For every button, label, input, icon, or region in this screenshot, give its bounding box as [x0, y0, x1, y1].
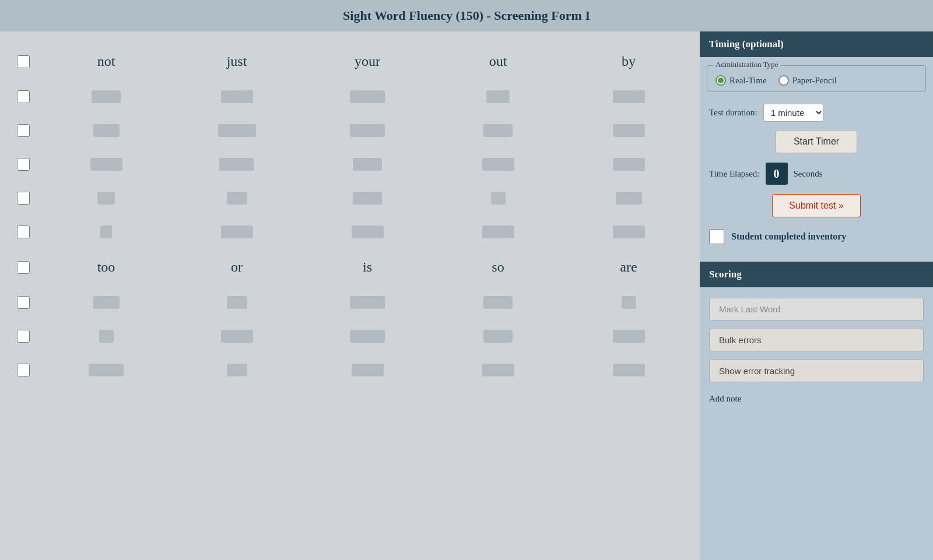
blurred-word — [350, 330, 385, 343]
real-time-option[interactable]: Real-Time — [715, 75, 767, 86]
word-cell — [302, 153, 433, 175]
word-cell — [563, 359, 694, 381]
blurred-word — [483, 330, 513, 343]
word-text: your — [355, 54, 380, 69]
row-checkbox[interactable] — [17, 261, 30, 274]
row-checkbox[interactable] — [17, 226, 30, 238]
blurred-word — [93, 124, 120, 137]
word-row — [6, 319, 694, 353]
blurred-word — [616, 192, 642, 205]
word-cell — [171, 359, 302, 381]
start-timer-button[interactable]: Start Timer — [776, 130, 857, 153]
word-row — [6, 215, 694, 249]
blurred-word — [482, 158, 514, 171]
word-text: by — [622, 54, 636, 69]
blurred-word — [89, 364, 124, 376]
word-text: so — [492, 259, 504, 275]
word-cell — [433, 325, 563, 347]
time-elapsed-row: Time Elapsed: 0 Seconds — [700, 160, 933, 192]
word-cell — [563, 325, 694, 347]
admin-type-legend: Administration Type — [713, 60, 781, 69]
blurred-word — [350, 124, 385, 137]
time-value: 0 — [766, 163, 788, 185]
word-cell — [563, 86, 694, 108]
blurred-word — [483, 124, 513, 137]
student-completed-checkbox[interactable] — [709, 229, 724, 244]
blurred-word — [483, 296, 513, 309]
row-checkbox[interactable] — [17, 296, 30, 309]
blurred-word — [227, 364, 247, 376]
scoring-section: Scoring Mark Last Word Bulk errors Show … — [700, 262, 933, 407]
row-checkbox[interactable] — [17, 90, 30, 103]
seconds-label: Seconds — [794, 169, 823, 179]
bulk-errors-button[interactable]: Bulk errors — [709, 329, 924, 351]
word-cell: your — [302, 49, 433, 74]
word-row — [6, 147, 694, 181]
time-elapsed-label: Time Elapsed: — [709, 169, 760, 179]
blurred-word — [100, 226, 112, 238]
word-row — [6, 286, 694, 319]
timing-header: Timing (optional) — [700, 31, 933, 57]
word-cell — [171, 325, 302, 347]
word-text: or — [231, 259, 243, 275]
word-cell — [433, 291, 563, 314]
blurred-word — [613, 90, 645, 103]
word-cell — [41, 153, 171, 175]
word-cell — [302, 325, 433, 347]
word-cell — [41, 187, 171, 209]
duration-select[interactable]: 1 minute2 minutes3 minutes — [763, 104, 824, 122]
word-cell — [433, 359, 563, 381]
timing-section: Timing (optional) Administration Type Re… — [700, 31, 933, 262]
blurred-word — [613, 364, 645, 376]
blurred-word — [227, 296, 247, 309]
student-completed-label: Student completed inventory — [731, 231, 846, 242]
row-checkbox[interactable] — [17, 158, 30, 171]
row-checkbox[interactable] — [17, 364, 30, 376]
blurred-word — [482, 226, 514, 238]
row-checkbox[interactable] — [17, 124, 30, 137]
real-time-radio[interactable] — [715, 75, 726, 86]
word-cell: is — [302, 255, 433, 280]
blurred-word — [613, 124, 645, 137]
word-cell — [433, 119, 563, 142]
blurred-word — [352, 226, 384, 238]
word-cell — [171, 291, 302, 314]
word-row — [6, 181, 694, 215]
row-checkbox[interactable] — [17, 55, 30, 68]
word-cell — [302, 221, 433, 243]
word-cell — [563, 119, 694, 142]
word-cell: too — [41, 255, 171, 280]
paper-pencil-label: Paper-Pencil — [792, 76, 837, 86]
blurred-word — [221, 90, 253, 103]
word-cell — [171, 119, 302, 142]
word-cell: by — [563, 49, 694, 74]
word-cell — [302, 86, 433, 108]
mark-last-word-button[interactable]: Mark Last Word — [709, 298, 924, 320]
word-text: too — [97, 259, 115, 275]
word-cell: out — [433, 49, 563, 74]
blurred-word — [613, 330, 645, 343]
blurred-word — [227, 192, 247, 205]
word-cell — [171, 153, 302, 175]
word-text: is — [363, 259, 372, 275]
submit-test-button[interactable]: Submit test » — [772, 194, 860, 217]
blurred-word — [353, 192, 382, 205]
add-note-link[interactable]: Add note — [700, 390, 933, 407]
word-cell: so — [433, 255, 563, 280]
row-checkbox[interactable] — [17, 192, 30, 205]
blurred-word — [613, 158, 645, 171]
word-cell — [433, 221, 563, 243]
word-text: not — [97, 54, 115, 69]
blurred-word — [218, 124, 256, 137]
show-error-tracking-button[interactable]: Show error tracking — [709, 360, 924, 382]
blurred-word — [99, 330, 114, 343]
word-cell — [433, 153, 563, 175]
blurred-word — [350, 296, 385, 309]
word-row: tooorissoare — [6, 249, 694, 286]
word-cell — [41, 221, 171, 243]
row-checkbox[interactable] — [17, 330, 30, 343]
word-text: out — [489, 54, 507, 69]
paper-pencil-radio[interactable] — [778, 75, 789, 86]
blurred-word — [622, 296, 636, 309]
paper-pencil-option[interactable]: Paper-Pencil — [778, 75, 837, 86]
